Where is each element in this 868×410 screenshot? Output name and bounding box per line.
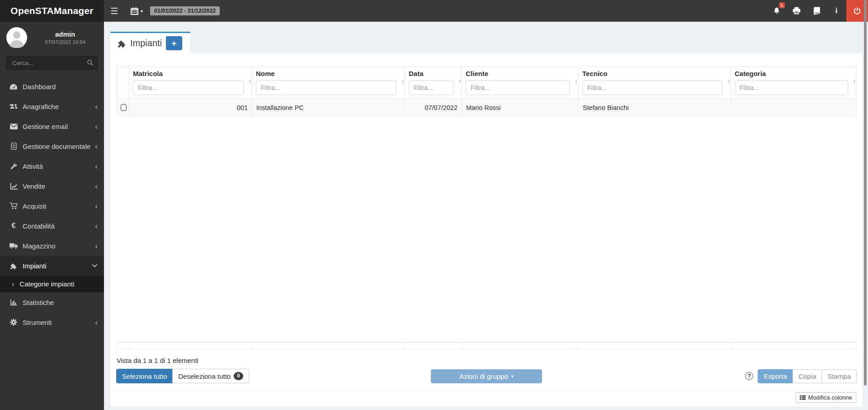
chevron-left-icon: ‹: [95, 123, 98, 130]
export-button[interactable]: Esporta: [758, 369, 793, 383]
sidebar-item-strumenti[interactable]: Strumenti ‹: [0, 312, 104, 332]
sidebar-item-magazzino[interactable]: Magazzino ‹: [0, 236, 104, 256]
actions-row: Seleziona tutto Deseleziona tutto 0 Azio…: [116, 368, 857, 384]
sidebar-item-contabilita[interactable]: € Contabilità ‹: [0, 216, 104, 236]
date-range-badge[interactable]: 01/01/2022 - 31/12/2022: [150, 6, 220, 15]
tab-title: Impianti: [130, 38, 162, 48]
filter-input-categoria[interactable]: [735, 80, 848, 95]
help-icon[interactable]: ?: [745, 372, 753, 380]
sidebar-search: [6, 56, 98, 70]
table-empty-space: [117, 116, 857, 343]
row-checkbox-cell: [117, 99, 129, 116]
sidebar: admin 07/07/2022 10:54 Dashboard Anagraf…: [0, 22, 104, 410]
notifications-button[interactable]: 1: [767, 0, 787, 22]
printer-icon: [793, 7, 801, 15]
deselect-all-button[interactable]: Deseleziona tutto 0: [172, 369, 249, 383]
period-picker-button[interactable]: ▾: [124, 0, 149, 22]
sidebar-item-label: Acquisti: [23, 202, 95, 210]
sidebar-item-attivita[interactable]: Attività ‹: [0, 156, 104, 176]
sidebar-item-impianti[interactable]: Impianti: [0, 256, 104, 276]
chevron-left-icon: ‹: [95, 319, 98, 326]
sort-arrows[interactable]: ▴▾: [853, 79, 855, 85]
chevron-left-icon: ‹: [95, 242, 98, 250]
sidebar-item-label: Strumenti: [23, 319, 95, 326]
search-icon[interactable]: [87, 59, 94, 66]
sidebar-item-label: Categorie impianti: [19, 280, 74, 288]
sidebar-toggle-button[interactable]: ☰: [104, 0, 124, 22]
cell-tecnico: Stefano Bianchi: [579, 99, 731, 116]
copy-button[interactable]: Copia: [793, 369, 822, 383]
sort-arrows[interactable]: ▴▾: [575, 79, 577, 85]
sidebar-menu: Dashboard Anagrafiche ‹ Gestione email ‹…: [0, 76, 104, 332]
sidebar-item-vendite[interactable]: Vendite ‹: [0, 176, 104, 196]
sidebar-item-gestione-email[interactable]: Gestione email ‹: [0, 116, 104, 136]
calendar-icon: [131, 7, 138, 15]
select-all-button[interactable]: Seleziona tutto: [116, 369, 173, 383]
puzzle-icon: [8, 262, 19, 269]
chevron-left-icon: ‹: [95, 103, 98, 110]
columns-list-icon: [800, 395, 806, 400]
edit-columns-row: Modifica colonne: [116, 390, 857, 403]
sidebar-item-dashboard[interactable]: Dashboard: [0, 76, 104, 96]
edit-columns-button[interactable]: Modifica colonne: [796, 392, 856, 403]
sidebar-item-label: Contabilità: [23, 222, 95, 230]
sidebar-item-label: Vendite: [23, 182, 95, 190]
sort-arrows[interactable]: ▴▾: [249, 79, 251, 85]
topbar: OpenSTAManager ☰ ▾ 01/01/2022 - 31/12/20…: [0, 0, 868, 22]
cell-data: 07/07/2022: [405, 99, 462, 116]
cell-matricola: 001: [129, 99, 252, 116]
print-button[interactable]: [787, 0, 807, 22]
chevron-left-icon: ‹: [95, 222, 98, 230]
sidebar-item-categorie-impianti[interactable]: › Categorie impianti: [0, 276, 104, 292]
main-content: Impianti + Matricola ▴▾ Nome ▴▾: [104, 22, 868, 410]
cell-categoria: [731, 99, 857, 116]
vertical-scrollbar[interactable]: [864, 0, 867, 386]
truck-icon: [8, 243, 19, 249]
sort-arrows[interactable]: ▴▾: [727, 79, 730, 85]
chevron-left-icon: ‹: [95, 162, 98, 170]
cart-icon: [8, 202, 19, 210]
sidebar-item-label: Dashboard: [23, 83, 98, 91]
power-icon: [853, 7, 861, 15]
navbar-right: 1 i: [767, 0, 868, 22]
checkbox-column-header: [117, 67, 129, 99]
avatar[interactable]: [6, 27, 27, 48]
user-name: admin: [33, 30, 98, 38]
sort-arrows[interactable]: ▴▾: [401, 79, 404, 85]
cell-cliente: Mario Rossi: [462, 99, 579, 116]
tab-impianti[interactable]: Impianti +: [110, 32, 190, 53]
sidebar-item-label: Attività: [23, 162, 95, 170]
add-record-button[interactable]: +: [166, 36, 182, 50]
filter-input-data[interactable]: [409, 80, 453, 95]
column-header-categoria: Categoria ▴▾: [731, 67, 857, 99]
filter-input-matricola[interactable]: [133, 80, 244, 95]
users-icon: [8, 103, 19, 110]
search-input[interactable]: [6, 56, 98, 70]
user-panel: admin 07/07/2022 10:54: [0, 22, 104, 52]
row-checkbox[interactable]: [121, 104, 127, 111]
notification-count-badge: 1: [779, 2, 785, 8]
envelope-icon: [8, 124, 19, 129]
sidebar-item-label: Statistiche: [23, 299, 98, 306]
chevron-left-icon: ‹: [95, 202, 98, 210]
app-logo[interactable]: OpenSTAManager: [0, 0, 104, 22]
info-icon: i: [835, 6, 838, 15]
sidebar-item-acquisti[interactable]: Acquisti ‹: [0, 196, 104, 216]
chevron-left-icon: ‹: [95, 182, 98, 190]
caret-down-icon: ▾: [511, 374, 514, 379]
about-button[interactable]: i: [826, 0, 846, 22]
group-actions-button[interactable]: Azioni di gruppo ▾: [431, 369, 542, 383]
book-icon: [813, 7, 821, 15]
sidebar-item-anagrafiche[interactable]: Anagrafiche ‹: [0, 96, 104, 116]
sidebar-item-gestione-documentale[interactable]: Gestione documentale ‹: [0, 136, 104, 156]
column-header-matricola: Matricola ▴▾: [129, 67, 252, 99]
filter-input-nome[interactable]: [256, 80, 396, 95]
filter-input-tecnico[interactable]: [582, 80, 722, 95]
sort-arrows[interactable]: ▴▾: [458, 79, 461, 85]
chevron-left-icon: ‹: [95, 143, 98, 150]
filter-input-cliente[interactable]: [466, 80, 570, 95]
sidebar-item-statistiche[interactable]: Statistiche: [0, 292, 104, 312]
table-row[interactable]: 001 Installazione PC 07/07/2022 Mario Ro…: [117, 99, 857, 116]
docs-button[interactable]: [807, 0, 826, 22]
print-button-table[interactable]: Stampa: [821, 369, 857, 383]
